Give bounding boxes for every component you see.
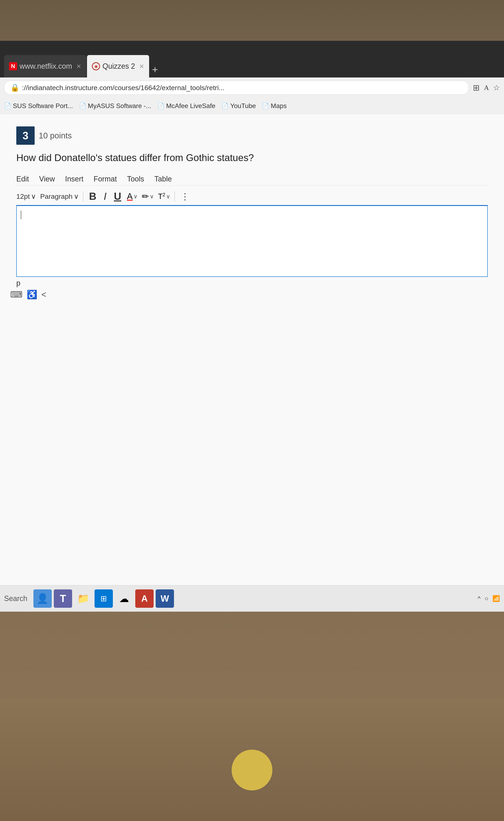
underline-button[interactable]: U	[112, 189, 123, 203]
system-tray-wifi[interactable]: 📶	[492, 595, 500, 602]
tab-bar: N www.netflix.com ✕ ◉ Quizzes 2 ✕ +	[0, 41, 504, 77]
paragraph-chevron: ∨	[74, 192, 79, 200]
taskbar-file-explorer-icon[interactable]: 📁	[74, 589, 92, 608]
address-bar-icons: ⊞ A ☆	[473, 83, 500, 92]
bookmark-label-3: McAfee LiveSafe	[166, 102, 215, 110]
desk-area	[0, 699, 504, 821]
tab-canvas[interactable]: ◉ Quizzes 2 ✕	[87, 55, 149, 77]
bookmarks-bar: 📄 SUS Software Port... 📄 MyASUS Software…	[0, 98, 504, 114]
question-header: 3 10 points	[16, 126, 488, 145]
tab-netflix-label: www.netflix.com	[20, 62, 72, 70]
accessibility-icon[interactable]: ♿	[27, 290, 37, 300]
favorites-icon[interactable]: ☆	[493, 83, 500, 92]
taskbar-windows-icon[interactable]: ⊞	[95, 589, 113, 608]
lock-icon: 🔒	[10, 83, 20, 92]
editor-footer: p	[16, 277, 488, 290]
browser-chrome: N www.netflix.com ✕ ◉ Quizzes 2 ✕ + 🔒 :/…	[0, 41, 504, 98]
grid-extensions-icon[interactable]: ⊞	[473, 83, 480, 92]
bookmark-icon-2: 📄	[79, 102, 86, 109]
highlight-chevron: ∨	[150, 193, 154, 200]
paragraph-label: Paragraph	[40, 192, 73, 200]
question-points: 10 points	[39, 131, 72, 140]
add-tab-button[interactable]: +	[150, 62, 160, 77]
tab-canvas-label: Quizzes 2	[102, 62, 135, 70]
menu-insert[interactable]: Insert	[65, 175, 83, 183]
highlight-dropdown[interactable]: ✏ ∨	[142, 191, 154, 201]
keyboard-icon[interactable]: ⌨	[10, 290, 23, 300]
taskbar-word-icon[interactable]: W	[156, 589, 174, 608]
bookmark-label-1: SUS Software Port...	[13, 102, 73, 110]
netflix-favicon: N	[9, 62, 17, 70]
bookmark-icon-5: 📄	[262, 102, 269, 109]
system-tray-circle: ○	[485, 595, 488, 602]
text-cursor	[21, 211, 21, 219]
font-color-chevron: ∨	[133, 193, 138, 200]
address-url: ://indianatech.instructure.com/courses/1…	[22, 84, 224, 92]
bookmark-icon-3: 📄	[157, 102, 164, 109]
font-size-value: 12pt	[16, 192, 30, 200]
menu-view[interactable]: View	[39, 175, 55, 183]
bookmark-asus-software-port[interactable]: 📄 SUS Software Port...	[4, 102, 73, 110]
toolbar-separator-2	[174, 191, 175, 201]
font-color-dropdown[interactable]: A ∨	[127, 191, 138, 201]
question-number: 3	[16, 126, 35, 145]
font-size-selector[interactable]: 12pt ∨	[16, 192, 36, 200]
yellow-object	[232, 750, 272, 790]
highlight-icon: ✏	[142, 191, 149, 201]
bookmark-icon-4: 📄	[221, 102, 229, 109]
tab-netflix-close[interactable]: ✕	[76, 63, 81, 70]
font-color-icon: A	[127, 191, 133, 201]
taskbar: Search 👤 T 📁 ⊞ ☁ A W ^ ○ 📶	[0, 585, 504, 611]
paragraph-tag: p	[16, 279, 20, 287]
menu-edit[interactable]: Edit	[16, 175, 29, 183]
superscript-chevron: ∨	[166, 193, 170, 200]
taskbar-user-icon[interactable]: 👤	[33, 589, 52, 608]
menu-table[interactable]: Table	[154, 175, 172, 183]
bookmark-label-5: Maps	[271, 102, 287, 110]
bookmark-maps[interactable]: 📄 Maps	[262, 102, 287, 110]
system-tray-chevron[interactable]: ^	[478, 595, 481, 602]
question-text: How did Donatello's statues differ from …	[16, 151, 488, 164]
canvas-favicon: ◉	[92, 62, 100, 70]
more-options-button[interactable]: ⋮	[179, 190, 191, 202]
menu-format[interactable]: Format	[94, 175, 117, 183]
read-mode-icon[interactable]: A	[484, 84, 489, 91]
bookmark-youtube[interactable]: 📄 YouTube	[221, 102, 256, 110]
tab-canvas-close[interactable]: ✕	[139, 63, 144, 70]
bottom-accessibility-toolbar: ⌨ ♿ <	[10, 290, 482, 300]
bookmark-mcafee[interactable]: 📄 McAfee LiveSafe	[157, 102, 215, 110]
taskbar-onedrive-icon[interactable]: ☁	[115, 589, 133, 608]
monitor-outer: N www.netflix.com ✕ ◉ Quizzes 2 ✕ + 🔒 :/…	[0, 0, 504, 821]
taskbar-acrobat-icon[interactable]: A	[135, 589, 154, 608]
address-bar-row: 🔒 ://indianatech.instructure.com/courses…	[0, 77, 504, 98]
arrow-icon: <	[41, 290, 46, 300]
font-size-chevron: ∨	[31, 192, 36, 200]
paragraph-selector[interactable]: Paragraph ∨	[40, 192, 79, 200]
superscript-dropdown[interactable]: T2 ∨	[158, 192, 170, 201]
bookmark-label-4: YouTube	[230, 102, 256, 110]
taskbar-search-label[interactable]: Search	[4, 594, 27, 603]
teams-label: T	[60, 593, 66, 604]
italic-button[interactable]: I	[102, 189, 108, 203]
bookmark-myasus[interactable]: 📄 MyASUS Software -...	[79, 102, 151, 110]
tab-netflix[interactable]: N www.netflix.com ✕	[4, 55, 86, 77]
bookmark-icon-1: 📄	[4, 102, 11, 109]
page-content: 3 10 points How did Donatello's statues …	[0, 114, 504, 603]
taskbar-teams-icon[interactable]: T	[54, 589, 72, 608]
menu-tools[interactable]: Tools	[127, 175, 144, 183]
toolbar-separator-1	[83, 191, 83, 201]
rte-toolbar: 12pt ∨ Paragraph ∨ B I U A ∨ ✏ ∨	[16, 187, 488, 206]
superscript-label: T2	[158, 192, 165, 201]
taskbar-system-tray: ^ ○ 📶	[478, 595, 500, 602]
bold-button[interactable]: B	[87, 189, 98, 203]
bookmark-label-2: MyASUS Software -...	[88, 102, 151, 110]
address-bar[interactable]: 🔒 ://indianatech.instructure.com/courses…	[4, 81, 469, 95]
editor-area[interactable]	[16, 206, 488, 277]
rte-menu-bar: Edit View Insert Format Tools Table	[16, 173, 488, 185]
screen: N www.netflix.com ✕ ◉ Quizzes 2 ✕ + 🔒 :/…	[0, 41, 504, 611]
